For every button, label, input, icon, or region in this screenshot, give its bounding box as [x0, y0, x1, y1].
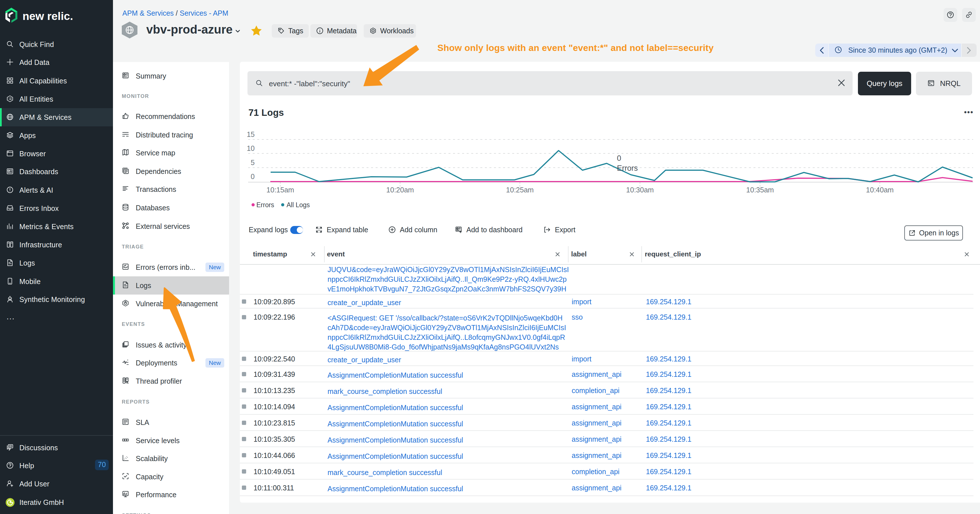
svg-text:0: 0 — [617, 154, 621, 162]
svg-text:10: 10 — [247, 144, 255, 152]
svg-text:10:20am: 10:20am — [386, 186, 414, 194]
svg-text:10:15am: 10:15am — [266, 186, 294, 194]
svg-text:0: 0 — [251, 172, 255, 180]
svg-text:10:35am: 10:35am — [746, 186, 774, 194]
svg-text:10:25am: 10:25am — [506, 186, 533, 194]
svg-text:10:30am: 10:30am — [626, 186, 654, 194]
svg-text:new relic.: new relic. — [22, 10, 73, 22]
svg-text:5: 5 — [251, 159, 255, 167]
svg-text:Errors: Errors — [617, 164, 638, 172]
svg-text:15: 15 — [247, 130, 255, 138]
svg-text:10:40am: 10:40am — [866, 186, 894, 194]
